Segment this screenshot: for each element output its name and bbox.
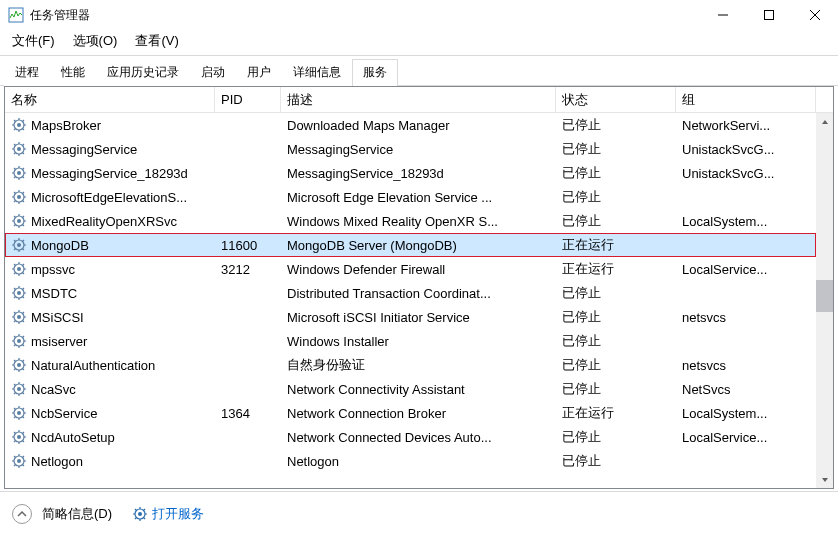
service-status: 已停止	[556, 140, 676, 158]
service-icon	[11, 429, 27, 445]
table-row[interactable]: mpssvc3212Windows Defender Firewall正在运行L…	[5, 257, 816, 281]
scroll-down-button[interactable]	[816, 471, 833, 488]
menu-view[interactable]: 查看(V)	[131, 30, 182, 52]
table-row[interactable]: MixedRealityOpenXRSvcWindows Mixed Reali…	[5, 209, 816, 233]
tab-users[interactable]: 用户	[236, 59, 282, 86]
table-row[interactable]: NcdAutoSetupNetwork Connected Devices Au…	[5, 425, 816, 449]
vertical-scrollbar[interactable]	[816, 113, 833, 488]
status-bar: 简略信息(D) 打开服务	[0, 491, 838, 535]
service-name: mpssvc	[31, 262, 75, 277]
svg-line-131	[14, 408, 16, 410]
table-row[interactable]: MSDTCDistributed Transaction Coordinat..…	[5, 281, 816, 305]
service-name: NcdAutoSetup	[31, 430, 115, 445]
tab-startup[interactable]: 启动	[190, 59, 236, 86]
tab-app-history[interactable]: 应用历史记录	[96, 59, 190, 86]
col-group[interactable]: 组	[676, 87, 816, 112]
col-status[interactable]: 状态	[556, 87, 676, 112]
table-row[interactable]: MongoDB11600MongoDB Server (MongoDB)正在运行	[5, 233, 816, 257]
col-description[interactable]: 描述	[281, 87, 556, 112]
table-row[interactable]: MessagingServiceMessagingService已停止Unist…	[5, 137, 816, 161]
fewer-details-label[interactable]: 简略信息(D)	[42, 505, 112, 523]
svg-line-54	[23, 216, 25, 218]
service-status: 已停止	[556, 308, 676, 326]
tab-performance[interactable]: 性能	[50, 59, 96, 86]
service-group: NetSvcs	[676, 382, 816, 397]
svg-line-141	[14, 432, 16, 434]
svg-line-23	[14, 153, 16, 155]
service-description: Network Connected Devices Auto...	[281, 430, 556, 445]
svg-line-166	[144, 509, 146, 511]
svg-line-83	[14, 297, 16, 299]
minimize-button[interactable]	[700, 0, 746, 30]
svg-line-103	[14, 345, 16, 347]
table-body: MapsBrokerDownloaded Maps Manager已停止Netw…	[5, 113, 816, 488]
menu-options[interactable]: 选项(O)	[69, 30, 122, 52]
service-group: LocalSystem...	[676, 406, 816, 421]
svg-line-93	[14, 321, 16, 323]
table-row[interactable]: MicrosoftEdgeElevationS...Microsoft Edge…	[5, 185, 816, 209]
svg-line-153	[14, 465, 16, 467]
table-row[interactable]: NaturalAuthentication自然身份验证已停止netsvcs	[5, 353, 816, 377]
svg-line-41	[14, 192, 16, 194]
svg-line-34	[23, 168, 25, 170]
service-pid: 1364	[215, 406, 281, 421]
tab-services[interactable]: 服务	[352, 59, 398, 86]
service-name: MSiSCSI	[31, 310, 84, 325]
service-group: LocalSystem...	[676, 214, 816, 229]
svg-line-82	[23, 297, 25, 299]
scroll-track[interactable]	[816, 130, 833, 471]
table-header: 名称 PID 描述 状态 组	[5, 87, 833, 113]
table-row[interactable]: NcaSvcNetwork Connectivity Assistant已停止N…	[5, 377, 816, 401]
tab-processes[interactable]: 进程	[4, 59, 50, 86]
menu-file[interactable]: 文件(F)	[8, 30, 59, 52]
scroll-up-button[interactable]	[816, 113, 833, 130]
service-description: Network Connectivity Assistant	[281, 382, 556, 397]
svg-line-43	[14, 201, 16, 203]
svg-point-26	[17, 171, 21, 175]
fewer-details-icon[interactable]	[12, 504, 32, 524]
service-name: MongoDB	[31, 238, 89, 253]
service-icon	[11, 405, 27, 421]
service-pid: 11600	[215, 238, 281, 253]
service-icon	[11, 141, 27, 157]
tab-strip: 进程 性能 应用历史记录 启动 用户 详细信息 服务	[0, 58, 838, 86]
table-row[interactable]: MapsBrokerDownloaded Maps Manager已停止Netw…	[5, 113, 816, 137]
service-name: MSDTC	[31, 286, 77, 301]
svg-line-152	[23, 465, 25, 467]
service-description: Windows Installer	[281, 334, 556, 349]
service-status: 正在运行	[556, 260, 676, 278]
svg-line-64	[23, 240, 25, 242]
col-name[interactable]: 名称	[5, 87, 215, 112]
gear-icon	[132, 506, 148, 522]
svg-point-6	[17, 123, 21, 127]
service-status: 已停止	[556, 452, 676, 470]
service-description: MessagingService_18293d	[281, 166, 556, 181]
svg-line-22	[23, 153, 25, 155]
scroll-thumb[interactable]	[816, 280, 833, 312]
open-services-link[interactable]: 打开服务	[132, 505, 204, 523]
svg-line-154	[23, 456, 25, 458]
tab-details[interactable]: 详细信息	[282, 59, 352, 86]
close-button[interactable]	[792, 0, 838, 30]
service-description: Netlogon	[281, 454, 556, 469]
service-description: Windows Mixed Reality OpenXR S...	[281, 214, 556, 229]
svg-line-84	[23, 288, 25, 290]
service-status: 已停止	[556, 428, 676, 446]
service-icon	[11, 189, 27, 205]
table-row[interactable]: msiserverWindows Installer已停止	[5, 329, 816, 353]
table-row[interactable]: MessagingService_18293dMessagingService_…	[5, 161, 816, 185]
maximize-button[interactable]	[746, 0, 792, 30]
table-row[interactable]: NcbService1364Network Connection Broker正…	[5, 401, 816, 425]
svg-line-104	[23, 336, 25, 338]
svg-line-142	[23, 441, 25, 443]
table-row[interactable]: NetlogonNetlogon已停止	[5, 449, 816, 473]
svg-line-52	[23, 225, 25, 227]
svg-line-143	[14, 441, 16, 443]
col-pid[interactable]: PID	[215, 87, 281, 112]
service-icon	[11, 237, 27, 253]
svg-line-144	[23, 432, 25, 434]
svg-line-33	[14, 177, 16, 179]
service-icon	[11, 357, 27, 373]
svg-line-163	[135, 509, 137, 511]
table-row[interactable]: MSiSCSIMicrosoft iSCSI Initiator Service…	[5, 305, 816, 329]
